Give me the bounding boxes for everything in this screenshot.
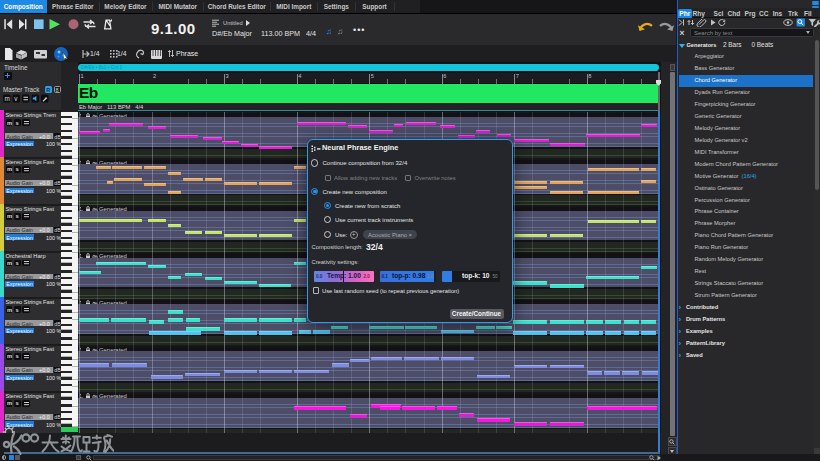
svg-text:m: m	[4, 95, 9, 102]
